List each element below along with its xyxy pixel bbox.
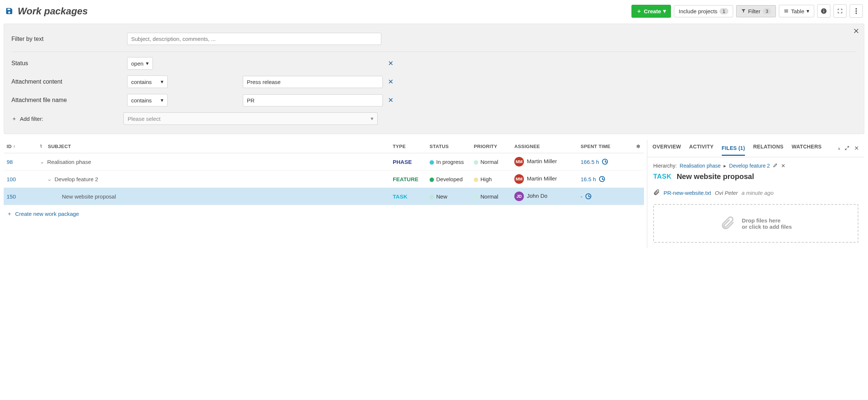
col-priority[interactable]: PRIORITY xyxy=(471,140,511,153)
expand-toggle[interactable]: ⌄ xyxy=(40,158,44,165)
wp-id-link[interactable]: 100 xyxy=(7,176,16,182)
filter-attachment-content-label: Attachment content xyxy=(11,78,122,85)
clock-icon xyxy=(599,176,605,182)
status-dot xyxy=(430,195,434,199)
wp-subject: Develop feature 2 xyxy=(55,176,98,182)
edit-icon[interactable] xyxy=(773,162,778,169)
include-projects-label: Include projects xyxy=(679,8,717,14)
table-row[interactable]: 98⌄Realisation phasePHASEIn progressNorm… xyxy=(4,153,644,171)
details-panel: OVERVIEW ACTIVITY FILES (1) RELATIONS WA… xyxy=(647,140,864,248)
wp-id-link[interactable]: 150 xyxy=(7,193,16,200)
include-projects-count: 1 xyxy=(720,8,728,14)
col-settings[interactable]: ✲ xyxy=(629,140,644,153)
priority-dot xyxy=(474,178,478,182)
file-dropzone[interactable]: Drop files here or click to add files xyxy=(653,204,858,243)
fullscreen-button[interactable] xyxy=(833,4,847,18)
include-projects-button[interactable]: Include projects 1 xyxy=(674,5,733,17)
col-spent[interactable]: SPENT TIME xyxy=(578,140,629,153)
table-row[interactable]: 150New website proposalTASKNewNormalJDJo… xyxy=(4,188,644,205)
info-button[interactable] xyxy=(817,4,830,18)
wp-spent-time[interactable]: 16.5 h xyxy=(581,176,626,182)
tab-overview[interactable]: OVERVIEW xyxy=(652,144,681,153)
attachment-link[interactable]: PR-new-website.txt xyxy=(664,190,711,196)
expand-toggle[interactable]: ⌄ xyxy=(47,176,52,182)
hierarchy-link-1[interactable]: Develop feature 2 xyxy=(729,163,770,169)
view-mode-label: Table xyxy=(791,8,804,14)
plus-icon: ＋ xyxy=(7,210,12,217)
chevron-down-icon: ▾ xyxy=(161,78,164,85)
filter-attachment-content-value[interactable] xyxy=(243,76,383,88)
remove-hierarchy-icon[interactable]: ✕ xyxy=(781,163,785,169)
svg-point-8 xyxy=(855,13,857,14)
sort-asc-icon: ↑ xyxy=(13,144,16,149)
col-id[interactable]: ID ↑ xyxy=(4,140,37,153)
page-title: Work packages xyxy=(18,6,88,17)
filter-status-operator-value: open xyxy=(131,60,143,67)
wp-type: PHASE xyxy=(393,159,412,165)
svg-point-6 xyxy=(855,8,857,10)
more-button[interactable] xyxy=(850,4,863,18)
remove-filter-attachment-filename[interactable]: ✕ xyxy=(388,96,403,104)
remove-filter-attachment-content[interactable]: ✕ xyxy=(388,78,403,86)
wp-spent-time[interactable]: - xyxy=(581,193,626,200)
hierarchy-label: Hierarchy: xyxy=(653,163,677,169)
scroll-tabs-right[interactable]: › xyxy=(838,145,840,152)
chevron-right-icon: ▸ xyxy=(724,163,726,169)
header: Work packages ＋ Create ▾ Include project… xyxy=(0,4,868,21)
hierarchy-breadcrumb: Hierarchy: Realisation phase ▸ Develop f… xyxy=(653,162,858,169)
create-new-wp-link[interactable]: ＋ Create new work package xyxy=(7,210,641,217)
filter-by-text-label: Filter by text xyxy=(11,36,122,42)
wp-spent-time[interactable]: 166.5 h xyxy=(581,159,626,165)
chevron-down-icon: ▾ xyxy=(161,97,164,103)
filter-status-label: Status xyxy=(11,60,122,67)
svg-rect-4 xyxy=(823,11,824,13)
add-filter-select[interactable]: Please select ▾ xyxy=(123,112,378,125)
avatar: MM xyxy=(514,157,524,166)
paperclip-icon xyxy=(720,215,735,232)
tab-watchers[interactable]: WATCHERS xyxy=(792,144,822,153)
hierarchy-link-0[interactable]: Realisation phase xyxy=(680,163,721,169)
work-package-table: ID ↑ SUBJECT TYPE STATUS PRIORITY ASS xyxy=(4,140,644,205)
avatar: JD xyxy=(514,192,524,201)
table-icon xyxy=(784,8,789,14)
col-type[interactable]: TYPE xyxy=(390,140,427,153)
view-mode-button[interactable]: Table ▾ xyxy=(779,5,814,17)
filter-attachment-filename-operator[interactable]: contains ▾ xyxy=(127,94,168,106)
expand-panel-icon[interactable] xyxy=(844,145,850,152)
wp-title[interactable]: New website proposal xyxy=(677,172,754,181)
create-button[interactable]: ＋ Create ▾ xyxy=(631,5,671,18)
gear-icon: ✲ xyxy=(636,144,640,149)
clock-icon xyxy=(602,159,608,165)
attachment-time: a minute ago xyxy=(742,190,774,196)
add-filter-text: Add filter: xyxy=(20,116,43,122)
close-filter-panel[interactable] xyxy=(853,28,860,35)
wp-priority: High xyxy=(480,176,492,182)
filter-button[interactable]: Filter 3 xyxy=(736,5,776,17)
clock-icon xyxy=(585,193,591,199)
wp-subject: New website proposal xyxy=(62,193,116,200)
save-icon[interactable] xyxy=(5,7,13,15)
svg-rect-1 xyxy=(784,11,788,11)
filter-icon xyxy=(741,8,746,14)
tab-relations[interactable]: RELATIONS xyxy=(753,144,784,153)
col-status[interactable]: STATUS xyxy=(427,140,471,153)
col-subject[interactable]: SUBJECT xyxy=(37,140,390,153)
tab-activity[interactable]: ACTIVITY xyxy=(689,144,714,153)
filter-status-operator[interactable]: open ▾ xyxy=(127,57,153,70)
table-row[interactable]: 100⌄Develop feature 2FEATUREDevelopedHig… xyxy=(4,171,644,188)
svg-point-7 xyxy=(855,10,857,12)
filter-attachment-content-operator[interactable]: contains ▾ xyxy=(127,76,168,88)
chevron-down-icon: ▾ xyxy=(806,8,809,14)
remove-filter-status[interactable]: ✕ xyxy=(388,59,403,67)
tab-files[interactable]: FILES (1) xyxy=(722,145,745,156)
status-dot xyxy=(430,160,434,165)
col-assignee[interactable]: ASSIGNEE xyxy=(511,140,578,153)
wp-id-link[interactable]: 98 xyxy=(7,159,13,165)
filter-text-input[interactable] xyxy=(127,33,381,45)
status-dot xyxy=(430,178,434,182)
close-panel-icon[interactable] xyxy=(854,145,859,152)
plus-icon: ＋ xyxy=(636,8,642,15)
plus-icon: ＋ xyxy=(11,115,17,122)
wp-status: Developed xyxy=(436,176,463,182)
filter-attachment-filename-value[interactable] xyxy=(243,94,383,106)
